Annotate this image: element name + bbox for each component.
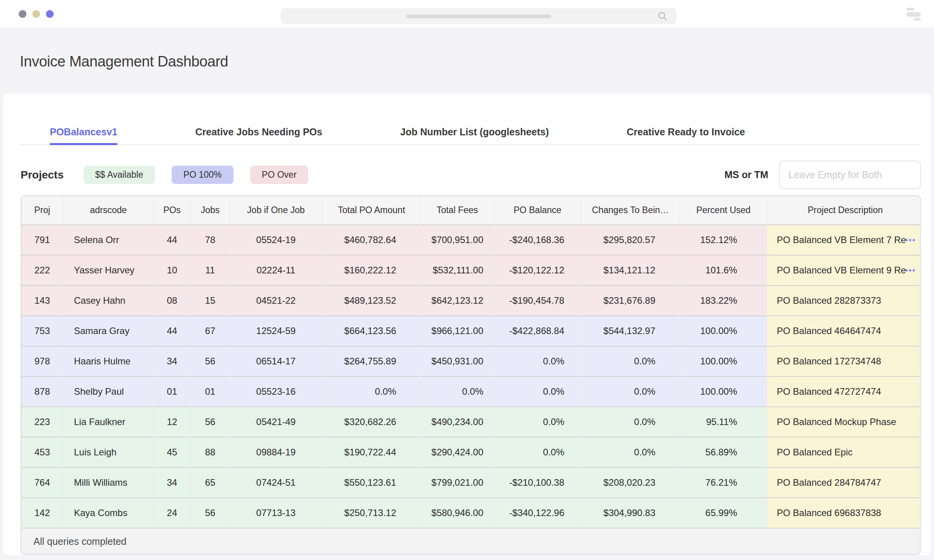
project-description-text: PO Balanced 284784747 — [777, 477, 881, 488]
cell-pos: 12 — [153, 407, 191, 437]
cell-adrscode: Casey Hahn — [63, 285, 153, 316]
cell-po-balance: -$240,168.36 — [494, 225, 581, 255]
cell-jobs: 67 — [191, 316, 230, 346]
cell-adrscode: Luis Leigh — [63, 437, 153, 467]
window-controls — [19, 10, 54, 18]
window-control-2[interactable] — [32, 10, 40, 18]
column-header-changes: Changes To Bein… — [581, 196, 680, 225]
cell-percent-used: 100.00% — [680, 346, 767, 376]
cell-pos: 44 — [153, 225, 191, 255]
cell-pos: 24 — [153, 498, 191, 528]
cell-percent-used: 76.21% — [680, 467, 767, 498]
filter-chips: $$ AvailablePO 100%PO Over — [84, 166, 325, 184]
cell-percent-used: 100.00% — [680, 316, 767, 346]
cell-pos: 01 — [153, 376, 191, 407]
cell-jobs: 01 — [191, 376, 230, 407]
cell-proj: 764 — [21, 467, 63, 498]
ms-or-tm-group: MS or TM — [725, 161, 921, 189]
search-placeholder-line — [406, 14, 551, 18]
cell-total-po-amount: $320,682.26 — [322, 407, 421, 437]
cell-jobs: 78 — [191, 225, 230, 255]
cell-job-if-one-job: 07424-51 — [230, 467, 322, 498]
cell-total-po-amount: $264,755.89 — [322, 346, 421, 376]
cell-pos: 34 — [153, 467, 191, 498]
menu-icon[interactable] — [906, 7, 921, 21]
more-ellipsis-icon[interactable]: ⋯ — [905, 264, 916, 277]
cell-job-if-one-job: 06514-17 — [230, 346, 322, 376]
cell-jobs: 11 — [191, 255, 230, 285]
cell-total-po-amount: $160,222.12 — [322, 255, 421, 285]
status-text: All queries completed — [33, 536, 126, 547]
cell-job-if-one-job: 05421-49 — [230, 407, 322, 437]
cell-changes: $208,020.23 — [581, 467, 680, 498]
table-row: 223Lia Faulkner125605421-49$320,682.26$4… — [21, 407, 921, 437]
project-description-text: PO Balanced 696837838 — [777, 508, 881, 518]
page-title: Invoice Management Dashboard — [20, 53, 934, 70]
column-header-job-if-one-job: Job if One Job — [230, 196, 322, 225]
cell-total-fees: $700,951.00 — [421, 225, 494, 255]
table-row: 142Kaya Combs245607713-13$250,713.12$580… — [21, 498, 921, 528]
table-row: 753Samara Gray446712524-59$664,123.56$96… — [21, 316, 921, 346]
cell-description: PO Balanced 282873373 — [767, 285, 921, 316]
cell-job-if-one-job: 05524-19 — [230, 225, 322, 255]
cell-description: PO Balanced 464647474 — [767, 316, 921, 346]
ms-or-tm-label: MS or TM — [725, 169, 769, 180]
cell-percent-used: 56.89% — [680, 437, 767, 467]
cell-total-po-amount: 0.0% — [322, 376, 421, 407]
cell-proj: 753 — [21, 316, 63, 346]
column-header-total-po-amount: Total PO Amount — [322, 196, 421, 225]
filter-chip-available[interactable]: $$ Available — [84, 166, 155, 184]
cell-adrscode: Samara Gray — [63, 316, 153, 346]
window-control-1[interactable] — [19, 10, 26, 18]
dashboard-card: POBalancesv1Creative Jobs Needing POsJob… — [3, 93, 931, 555]
table-row: 222Yasser Harvey101102224-11$160,222.12$… — [21, 255, 921, 285]
cell-proj: 222 — [21, 255, 63, 285]
cell-job-if-one-job: 07713-13 — [230, 498, 322, 528]
cell-job-if-one-job: 04521-22 — [230, 285, 322, 316]
project-description-text: PO Balanced VB Element 9 Re — [777, 265, 906, 275]
filter-chip-po-100[interactable]: PO 100% — [172, 166, 233, 184]
cell-changes: $231,676.89 — [581, 285, 680, 316]
filter-chip-po-over[interactable]: PO Over — [250, 166, 308, 184]
cell-adrscode: Selena Orr — [63, 225, 153, 255]
tab-creative-jobs-needing-pos[interactable]: Creative Jobs Needing POs — [195, 126, 323, 144]
cell-changes: $134,121.12 — [581, 255, 680, 285]
tabs: POBalancesv1Creative Jobs Needing POsJob… — [21, 93, 921, 145]
cell-po-balance: 0.0% — [494, 437, 581, 467]
cell-total-po-amount: $664,123.56 — [322, 316, 421, 346]
cell-proj: 143 — [21, 285, 63, 316]
table-row: 453Luis Leigh458809884-19$190,722.44$290… — [21, 437, 921, 467]
project-description-text: PO Balanced 282873373 — [777, 295, 881, 306]
table-row: 791Selena Orr447805524-19$460,782.64$700… — [21, 225, 921, 255]
cell-adrscode: Haaris Hulme — [63, 346, 153, 376]
column-header-jobs: Jobs — [191, 196, 230, 225]
window-control-3[interactable] — [46, 10, 54, 18]
cell-total-fees: $290,424.00 — [421, 437, 494, 467]
cell-changes: 0.0% — [581, 437, 680, 467]
cell-description: PO Balanced 472727474 — [767, 376, 921, 407]
cell-jobs: 56 — [191, 407, 230, 437]
table-row: 878Shelby Paul010105523-160.0%0.0%0.0%0.… — [21, 376, 921, 407]
cell-total-po-amount: $250,713.12 — [322, 498, 421, 528]
tab-creative-ready-to-invoice[interactable]: Creative Ready to Invoice — [627, 126, 745, 144]
cell-total-po-amount: $550,123.61 — [322, 467, 421, 498]
cell-po-balance: -$190,454.78 — [494, 285, 581, 316]
more-ellipsis-icon[interactable]: ⋯ — [905, 234, 916, 247]
cell-changes: $304,990.83 — [581, 498, 680, 528]
tab-job-number-list-googlesheets[interactable]: Job Number List (googlesheets) — [400, 126, 549, 144]
cell-job-if-one-job: 12524-59 — [230, 316, 322, 346]
cell-description: PO Balanced Epic — [767, 437, 921, 467]
cell-jobs: 88 — [191, 437, 230, 467]
tab-pobalancesv1[interactable]: POBalancesv1 — [50, 126, 118, 144]
column-header-proj: Proj — [21, 196, 63, 225]
cell-adrscode: Yasser Harvey — [63, 255, 153, 285]
cell-total-fees: $450,931.00 — [421, 346, 494, 376]
cell-total-po-amount: $460,782.64 — [322, 225, 421, 255]
projects-label: Projects — [21, 169, 64, 181]
cell-total-fees: $580,946.00 — [421, 498, 494, 528]
table-row: 764Milli Williams346507424-51$550,123.61… — [21, 467, 921, 498]
cell-jobs: 15 — [191, 285, 230, 316]
ms-or-tm-input[interactable] — [779, 161, 921, 189]
cell-total-fees: $799,021.00 — [421, 467, 494, 498]
search-input[interactable] — [281, 8, 676, 24]
